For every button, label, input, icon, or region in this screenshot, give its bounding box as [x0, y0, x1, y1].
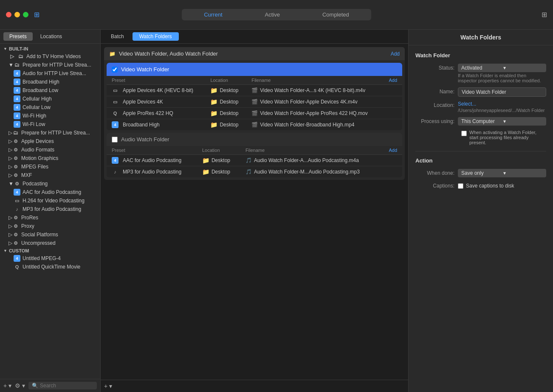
video-watch-folder-checkbox[interactable] [112, 67, 118, 73]
add-row-button[interactable]: Add [382, 76, 402, 85]
sidebar-bottom-bar: + ▾ ⚙ ▾ 🔍 [0, 379, 100, 392]
tab-watch-folders[interactable]: Watch Folders [133, 32, 179, 41]
sidebar-item-label: Social Platforms [21, 232, 58, 238]
search-input[interactable] [40, 383, 93, 389]
close-button[interactable] [6, 12, 11, 17]
sidebar-child-untitled-quicktime[interactable]: Q Untitled QuickTime Movie [0, 263, 100, 271]
sidebar-tab-locations[interactable]: Locations [34, 32, 68, 41]
preset-4-icon: 4 [14, 78, 20, 85]
tab-completed[interactable]: Completed [301, 10, 370, 20]
sidebar-item-podcasting[interactable]: ▼ ⚙ Podcasting [0, 179, 100, 188]
gear-icon: ⚙ [12, 155, 19, 162]
sidebar-child-untitled-mpeg4[interactable]: 4 Untitled MPEG-4 [0, 254, 100, 263]
status-select[interactable]: Activated ▾ [458, 64, 546, 72]
sidebar-item-proxy[interactable]: ▷ ⚙ Proxy [0, 222, 100, 230]
watch-folder-group-header[interactable]: 📁 Video Watch Folder, Audio Watch Folder… [104, 47, 405, 60]
preset-cell: ▭ Apple Devices 4K [107, 96, 205, 108]
inspector-value-name [458, 87, 546, 97]
sidebar-child-aac-podcasting[interactable]: 4 AAC for Audio Podcasting [0, 188, 100, 196]
sidebar-item-label: Cellular Low [23, 104, 51, 110]
audio-watch-folder-checkbox[interactable] [112, 137, 118, 143]
inspector-row-captions: Captions: Save captions to disk [415, 182, 546, 190]
sidebar-item-label: Untitled MPEG-4 [23, 255, 61, 261]
chevron-down-icon: ▾ [503, 118, 543, 124]
sidebar-item-social-platforms[interactable]: ▷ ⚙ Social Platforms [0, 230, 100, 239]
phone-icon: ▭ [112, 87, 118, 94]
sidebar-item-label: Audio for HTTP Live Strea... [23, 70, 86, 76]
process-select[interactable]: This Computer ▾ [458, 117, 546, 126]
arrow-icon: ▷ [8, 240, 12, 246]
inspector-label-when-done: When done: [415, 169, 458, 176]
sidebar-item-label: Proxy [21, 223, 34, 229]
sidebar-item-mxf[interactable]: ▷ ⚙ MXF [0, 171, 100, 179]
action-cell [381, 155, 402, 166]
location-select-button[interactable]: Select... [458, 101, 546, 107]
tab-batch[interactable]: Batch [104, 32, 131, 41]
sidebar-item-motion-graphics[interactable]: ▷ ⚙ Motion Graphics [0, 154, 100, 162]
inspector-label-process: Process using: [415, 117, 458, 124]
filename-text: Video Watch Folder-Apple ProRes 422 HQ.m… [260, 110, 367, 116]
settings-button[interactable]: ⚙ ▾ [15, 382, 25, 389]
sidebar-item-prepare-http-2[interactable]: ▷ 🗂 Prepare for HTTP Live Strea... [0, 129, 100, 137]
file-icon: 🎵 [245, 157, 252, 163]
sidebar-section-custom[interactable]: ▼ CUSTOM [0, 247, 100, 254]
activate-checkbox[interactable] [461, 131, 467, 136]
sidebar-child-broadband-low[interactable]: 4 Broadband Low [0, 86, 100, 95]
inspector-row-status: Status: Activated ▾ If a Watch Folder is… [415, 64, 546, 83]
section-built-in-label: BUILT-IN [9, 46, 28, 51]
sidebar-item-add-to-tv[interactable]: ▷ 🗂 Add to TV Home Videos [0, 52, 100, 61]
minimize-button[interactable] [14, 12, 20, 17]
gear-icon: ⚙ [12, 163, 19, 170]
captions-checkbox[interactable] [458, 183, 463, 189]
audio-watch-folder-title: Audio Watch Folder [121, 136, 169, 143]
q-icon: Q [112, 110, 118, 117]
inspector-panel: Watch Folders Watch Folder Status: Activ… [409, 30, 553, 392]
preset-name: Apple ProRes 422 HQ [123, 110, 173, 116]
sidebar-tab-presets[interactable]: Presets [3, 32, 33, 41]
when-done-select[interactable]: Save only ▾ [458, 169, 546, 177]
file-icon: 🎵 [245, 169, 252, 175]
filename-cell: 🎬 Video Watch Folder-A...s 4K (HEVC 8-bi… [246, 85, 382, 96]
sidebar-item-audio-formats[interactable]: ▷ ⚙ Audio Formats [0, 146, 100, 154]
sidebar-child-broadband-high[interactable]: 4 Broadband High [0, 78, 100, 86]
sidebar-item-prepare-http-1[interactable]: ▼ 🗂 Prepare for HTTP Live Strea... [0, 61, 100, 69]
maximize-button[interactable] [23, 12, 28, 17]
sidebar-item-apple-devices[interactable]: ▷ ⚙ Apple Devices [0, 137, 100, 146]
sidebar-child-mp3-podcasting[interactable]: ♪ MP3 for Audio Podcasting [0, 205, 100, 213]
inspector-label-location: Location: [415, 101, 458, 108]
add-preset-button[interactable]: + ▾ [3, 382, 11, 389]
arrow-icon: ▷ [8, 215, 12, 221]
preset-4-icon: 4 [14, 104, 20, 111]
toolbar-settings-icon[interactable]: ⊞ [542, 11, 547, 19]
video-watch-folder: Video Watch Folder Preset Location Filen… [107, 63, 402, 130]
tab-current[interactable]: Current [183, 10, 243, 20]
sidebar-child-h264-podcasting[interactable]: ▭ H.264 for Video Podcasting [0, 196, 100, 205]
name-input[interactable] [458, 87, 546, 97]
col-location: Location [205, 76, 246, 85]
filename-text: Video Watch Folder-A...s 4K (HEVC 8-bit)… [260, 87, 365, 93]
sidebar-item-prores[interactable]: ▷ ⚙ ProRes [0, 213, 100, 222]
inspector-section-watch-folder: Watch Folder [415, 52, 546, 59]
gear-icon: ⚙ [12, 146, 19, 153]
arrow-icon: ▷ [8, 172, 12, 178]
content-bottom-bar: + ▾ [101, 380, 408, 392]
sidebar-child-audio-http[interactable]: 4 Audio for HTTP Live Strea... [0, 69, 100, 78]
sidebar-toggle-icon[interactable]: ⊞ [34, 11, 40, 19]
sidebar-item-mpeg-files[interactable]: ▷ ⚙ MPEG Files [0, 162, 100, 171]
preset-cell: Q Apple ProRes 422 HQ [107, 108, 205, 119]
add-watch-folder-button[interactable]: + ▾ [104, 383, 112, 389]
watch-folder-add-button[interactable]: Add [391, 51, 400, 57]
sidebar-child-wifi-low[interactable]: 4 Wi-Fi Low [0, 120, 100, 129]
sidebar-child-wifi-high[interactable]: 4 Wi-Fi High [0, 112, 100, 120]
add-row-button[interactable]: Add [381, 146, 402, 155]
when-done-value: Save only [461, 170, 501, 176]
gear-icon: ⚙ [14, 180, 20, 187]
sidebar-section-built-in[interactable]: ▼ BUILT-IN [0, 45, 100, 52]
music-icon: ♪ [112, 168, 118, 175]
sidebar-child-cellular-high[interactable]: 4 Cellular High [0, 95, 100, 103]
sidebar-child-cellular-low[interactable]: 4 Cellular Low [0, 103, 100, 112]
inspector-title: Watch Folders [409, 30, 553, 45]
tab-active[interactable]: Active [244, 10, 301, 20]
table-row: 4 Broadband High 📁 Desktop [107, 119, 402, 131]
sidebar-item-uncompressed[interactable]: ▷ ⚙ Uncompressed [0, 239, 100, 247]
